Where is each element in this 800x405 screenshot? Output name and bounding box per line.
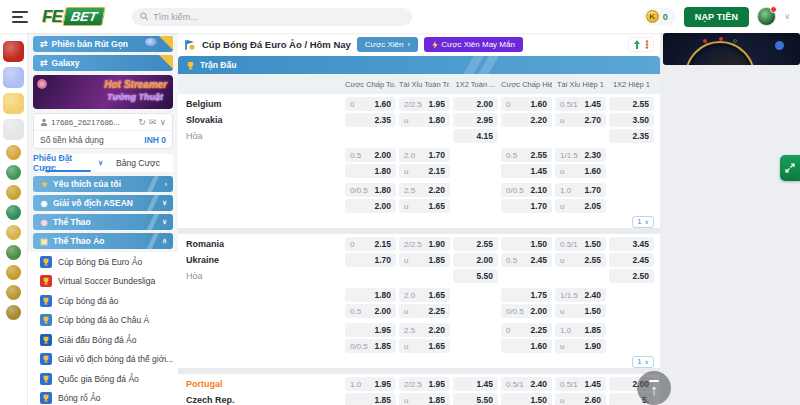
odds-cell[interactable]: 4.15	[453, 129, 498, 143]
promotions-gift-icon[interactable]	[3, 41, 24, 62]
sports-ball-icon[interactable]	[3, 93, 24, 114]
odds-cell[interactable]: 01.60	[501, 97, 552, 111]
odds-cell[interactable]: 2.55	[609, 97, 654, 111]
mail-icon[interactable]: ✉	[149, 117, 157, 127]
page-selector-dropdown[interactable]: 1∨	[632, 356, 654, 368]
odds-cell[interactable]: 2.50	[609, 269, 654, 283]
sidebar-group-yêu-thích-của-tôi[interactable]: ★ Yêu thích của tôi ›	[33, 176, 173, 192]
odds-cell[interactable]: 1.45	[453, 377, 498, 391]
odds-cell[interactable]: u1.50	[555, 304, 606, 318]
odds-cell[interactable]: 2.95	[453, 113, 498, 127]
odds-cell[interactable]: 1.50	[501, 393, 552, 405]
odds-cell[interactable]: 1/1.52.40	[555, 288, 606, 302]
provider-icon[interactable]	[6, 165, 21, 180]
sidebar-group-thể-thao[interactable]: ◉ Thể Thao ∨	[33, 214, 173, 230]
odds-cell[interactable]: 0.52.00	[345, 304, 396, 318]
lucky-parlay-button[interactable]: Cược Xiên May Mắn	[424, 37, 523, 52]
odds-cell[interactable]: u2.05	[555, 199, 606, 213]
odds-cell[interactable]: 1.85	[345, 393, 396, 405]
febet-logo[interactable]: FE BET	[42, 7, 104, 27]
odds-cell[interactable]: 02.25	[501, 323, 552, 337]
refresh-icon[interactable]: ↻	[138, 117, 146, 127]
menu-toggle-icon[interactable]	[12, 11, 28, 23]
odds-cell[interactable]: u2.55	[555, 253, 606, 267]
odds-cell[interactable]: 01.60	[345, 97, 396, 111]
odds-cell[interactable]: 02.15	[345, 237, 396, 251]
submenu-item[interactable]: Giải vô địch bóng đá thế giới...	[28, 350, 178, 370]
galaxy-banner[interactable]: ⇄ Galaxy	[33, 55, 173, 71]
search-bar[interactable]	[132, 8, 412, 26]
odds-cell[interactable]: 0.5/12.40	[501, 377, 552, 391]
global-sports-icon[interactable]	[3, 119, 24, 140]
odds-cell[interactable]: 2/2.51.90	[399, 237, 450, 251]
odds-cell[interactable]: 0/0.51.85	[345, 339, 396, 353]
submenu-item[interactable]: Giải đấu Bóng đá Ảo	[28, 330, 178, 350]
search-input[interactable]	[153, 12, 403, 22]
odds-cell[interactable]: u1.85	[399, 253, 450, 267]
provider-icon[interactable]	[6, 245, 21, 260]
odds-cell[interactable]: 2.00	[345, 199, 396, 213]
odds-cell[interactable]: 1.95	[345, 323, 396, 337]
tab-bet-list[interactable]: Bảng Cược	[103, 154, 173, 172]
odds-cell[interactable]: 1.01.95	[345, 377, 396, 391]
rewards-gift-icon[interactable]	[3, 67, 24, 88]
submenu-item[interactable]: Cúp Bóng Đá Euro Ảo	[28, 252, 178, 272]
odds-cell[interactable]: 1.75	[501, 288, 552, 302]
odds-cell[interactable]: u1.85	[399, 393, 450, 405]
odds-cell[interactable]: u2.25	[399, 304, 450, 318]
provider-icon[interactable]	[6, 185, 21, 200]
odds-cell[interactable]: 1.70	[345, 253, 396, 267]
odds-cell[interactable]: 2.35	[609, 129, 654, 143]
odds-cell[interactable]: 5.50	[453, 393, 498, 405]
odds-cell[interactable]: 2.45	[609, 253, 654, 267]
odds-cell[interactable]: 1/1.52.30	[555, 148, 606, 162]
odds-cell[interactable]: 2.00	[453, 253, 498, 267]
chevron-down-icon[interactable]: ∨	[159, 117, 166, 127]
deposit-button[interactable]: NẠP TIỀN	[684, 7, 749, 27]
odds-cell[interactable]: 1.60	[501, 339, 552, 353]
account-chevron-down-icon[interactable]: ∨	[784, 12, 790, 21]
odds-cell[interactable]: 1.80	[345, 164, 396, 178]
sort-toggle[interactable]	[628, 37, 654, 52]
odds-cell[interactable]: u2.70	[555, 113, 606, 127]
odds-cell[interactable]: 0/0.51.80	[345, 183, 396, 197]
odds-cell[interactable]: 2.01.65	[399, 288, 450, 302]
odds-cell[interactable]: 0.52.45	[501, 253, 552, 267]
odds-cell[interactable]: 0.5/11.50	[555, 237, 606, 251]
odds-cell[interactable]: 0.5/11.45	[555, 377, 606, 391]
odds-cell[interactable]: 2/2.51.95	[399, 97, 450, 111]
odds-cell[interactable]: 1.70	[501, 199, 552, 213]
odds-cell[interactable]: 2.35	[345, 113, 396, 127]
odds-cell[interactable]: u1.65	[399, 339, 450, 353]
provider-icon[interactable]	[6, 205, 21, 220]
odds-cell[interactable]: u1.60	[555, 164, 606, 178]
odds-cell[interactable]: 2.01.70	[399, 148, 450, 162]
submenu-item[interactable]: Cúp bóng đá ảo Châu Á	[28, 311, 178, 331]
odds-cell[interactable]: u2.60	[555, 393, 606, 405]
odds-cell[interactable]: 0/0.52.00	[501, 304, 552, 318]
odds-cell[interactable]: 5.50	[453, 269, 498, 283]
submenu-item[interactable]: Cúp bóng đá ảo	[28, 291, 178, 311]
user-avatar[interactable]	[757, 7, 776, 26]
odds-cell[interactable]: 0.52.55	[501, 148, 552, 162]
odds-cell[interactable]: 1.45	[501, 164, 552, 178]
odds-cell[interactable]: 3.50	[609, 113, 654, 127]
submenu-item[interactable]: Quốc gia Bóng đá Ảo	[28, 369, 178, 389]
scroll-to-top-button[interactable]: ↑	[637, 371, 671, 405]
odds-cell[interactable]: 2.20	[501, 113, 552, 127]
odds-cell[interactable]: u2.15	[399, 164, 450, 178]
odds-cell[interactable]: 2.52.20	[399, 183, 450, 197]
hot-streamer-promo-banner[interactable]: Hot Streamer Tường Thuật	[33, 75, 173, 109]
odds-cell[interactable]: u1.65	[399, 199, 450, 213]
tab-bet-slip[interactable]: Phiếu Đặt Cược ∨	[33, 154, 103, 172]
submenu-item[interactable]: Bóng rổ Ảo	[28, 389, 178, 405]
odds-cell[interactable]: 0.52.00	[345, 148, 396, 162]
odds-cell[interactable]: 2.00	[453, 97, 498, 111]
provider-icon[interactable]	[6, 285, 21, 300]
odds-cell[interactable]: 2/2.51.95	[399, 377, 450, 391]
parlay-button[interactable]: Cược Xiên ›	[357, 37, 418, 52]
odds-cell[interactable]: 2.52.20	[399, 323, 450, 337]
odds-cell[interactable]: u1.80	[399, 113, 450, 127]
wallet-balance[interactable]: K 0	[643, 8, 676, 25]
odds-cell[interactable]: 1.01.85	[555, 323, 606, 337]
